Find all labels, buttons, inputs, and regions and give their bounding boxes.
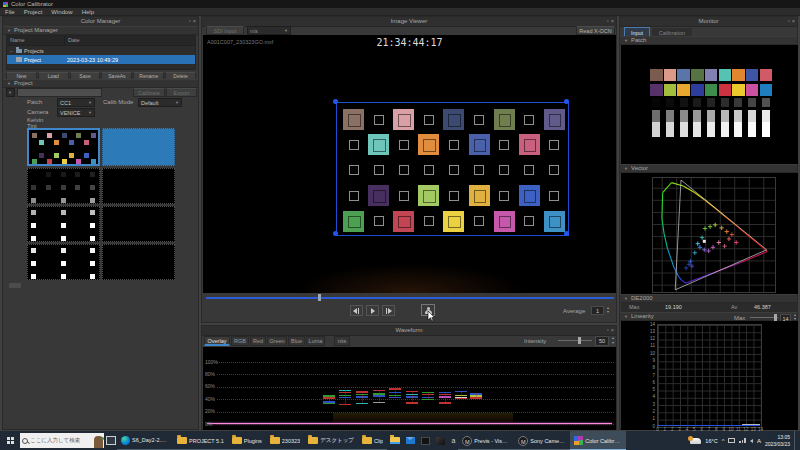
read-xocn-button[interactable]: Read X-OCN (576, 26, 615, 35)
taskbar-item--[interactable]: デスクトップ (304, 431, 358, 450)
waveform-tab-rgb[interactable]: RGB (231, 336, 249, 346)
calib-mode-dropdown[interactable]: Default▼ (138, 98, 182, 107)
collapse-icon[interactable]: ▼ (624, 164, 628, 173)
collapse-icon[interactable]: ▼ (7, 79, 11, 88)
taskbar-item-photo[interactable] (433, 431, 448, 450)
average-spinner[interactable]: ▲▼ (605, 306, 611, 315)
thumbnail-empty-r2c1[interactable] (102, 206, 175, 242)
project-name-dropdown[interactable]: ▼ (6, 88, 15, 97)
collapse-icon[interactable]: ▼ (7, 26, 11, 35)
intensity-handle[interactable] (578, 337, 581, 344)
thumbnail-cells-r1c0[interactable] (27, 168, 100, 204)
selection-handle-bl[interactable] (333, 231, 338, 236)
seek-slider[interactable] (206, 294, 614, 302)
waveform-tab-blue[interactable]: Blue (288, 336, 305, 346)
step-forward-button[interactable] (382, 305, 395, 316)
taskbar-item-mail[interactable] (403, 431, 418, 450)
patch-dropdown[interactable]: CC1▼ (57, 98, 95, 107)
play-button[interactable] (366, 305, 379, 316)
tree-column-date[interactable]: Date (65, 36, 195, 45)
taskbar-item-s6-day2-2-pdf-[interactable]: S6_Day2-2.pdf とほ... (117, 431, 173, 450)
thumbnail-filled-r0c1[interactable] (102, 128, 175, 166)
taskbar-item-sony-camera-contr-[interactable]: MSony Camera Contr... (514, 431, 570, 450)
collapse-icon[interactable]: ▼ (624, 294, 628, 303)
waveform-tab-luma[interactable]: Luma (306, 336, 325, 346)
taskbar-item-color-calibrator[interactable]: Color Calibrator (570, 431, 626, 450)
spinner-down-icon[interactable]: ▼ (605, 311, 611, 315)
tree-row-projects[interactable]: − Projects (7, 46, 195, 55)
average-value[interactable]: 1 (591, 306, 604, 315)
float-panel-icon[interactable]: ▫ (189, 19, 191, 25)
weather-temp[interactable]: 16°C (705, 438, 717, 444)
taskbar-item-glyph[interactable]: a (448, 431, 458, 450)
linearity-section-header[interactable]: ▼ Linearity Max 14 ▲▼ (620, 312, 797, 321)
intensity-slider[interactable] (558, 337, 592, 345)
project-manager-section-header[interactable]: ▼Project Manager (3, 26, 198, 35)
collapse-icon[interactable]: ▼ (624, 36, 628, 45)
thumbnail-cells-r3c0[interactable] (27, 244, 100, 280)
close-panel-icon[interactable]: × (611, 328, 614, 334)
taskbar-item-previs-visual-editor[interactable]: MPrevis - Visual Editor (458, 431, 514, 450)
taskbar-search-box[interactable]: ここに入力して検索 (20, 433, 104, 448)
taskbar-item-clip[interactable]: Clip (358, 431, 387, 450)
tree-row-project[interactable]: Project 2023-03-23 10:49:29 (7, 55, 195, 64)
menu-file[interactable]: File (5, 8, 15, 15)
taskbar-item-project-5-1[interactable]: PROJECT 5.1 (173, 431, 228, 450)
selection-handle-br[interactable] (564, 231, 569, 236)
show-desktop-button[interactable] (794, 431, 798, 450)
close-panel-icon[interactable]: × (193, 19, 196, 25)
float-panel-icon[interactable]: ▫ (607, 328, 609, 334)
network-tray-icon[interactable] (739, 438, 746, 443)
waveform-tab-nits[interactable]: nits (334, 336, 350, 346)
thumbnail-empty-r3c1[interactable] (102, 244, 175, 280)
spinner-down-icon[interactable]: ▼ (610, 342, 616, 346)
intensity-spinner[interactable]: ▲▼ (610, 336, 616, 346)
start-button[interactable] (0, 431, 20, 450)
waveform-tab-overlay[interactable]: Overlay (204, 336, 230, 346)
calibrate-button[interactable]: Calibrate (133, 88, 165, 97)
patch-section-header[interactable]: ▼Patch (620, 36, 797, 45)
project-name-input[interactable] (17, 88, 102, 97)
taskbar-clock[interactable]: 13:05 2023/03/23 (765, 434, 790, 447)
intensity-track[interactable] (558, 340, 592, 341)
seek-handle[interactable] (318, 294, 321, 301)
volume-tray-icon[interactable] (750, 439, 753, 443)
tree-column-name[interactable]: Name (7, 36, 65, 45)
taskbar-item-window[interactable] (418, 431, 433, 450)
export-button[interactable]: Export (166, 88, 197, 97)
camera-dropdown[interactable]: VENICE▼ (57, 108, 95, 117)
linearity-max-handle[interactable] (774, 314, 777, 321)
display-tray-icon[interactable] (728, 438, 735, 443)
monitor-panel-header[interactable]: Monitor▫× (620, 17, 797, 27)
selection-handle-tl[interactable] (333, 99, 338, 104)
seek-track[interactable] (206, 297, 614, 299)
tree-collapse-icon[interactable]: − (10, 48, 14, 54)
vector-section-header[interactable]: ▼Vector (620, 164, 797, 173)
float-panel-icon[interactable]: ▫ (607, 19, 609, 25)
selection-handle-tr[interactable] (564, 99, 569, 104)
intensity-value[interactable]: 50 (595, 336, 609, 346)
menu-project[interactable]: Project (24, 8, 43, 15)
collapse-icon[interactable]: ▼ (624, 312, 628, 321)
menu-help[interactable]: Help (82, 8, 94, 15)
thumbnail-chart-r0c0[interactable] (27, 128, 100, 166)
thumbnail-cells-r2c0[interactable] (27, 206, 100, 242)
spinner-up-icon[interactable]: ▲ (610, 337, 616, 341)
project-section-header[interactable]: ▼Project (3, 79, 198, 88)
ime-indicator[interactable]: A (757, 438, 761, 444)
waveform-tab-green[interactable]: Green (267, 336, 287, 346)
waveform-tab-red[interactable]: Red (250, 336, 266, 346)
tray-overflow-chevron-icon[interactable]: ^ (722, 438, 725, 444)
de2000-section-header[interactable]: ▼DE2000 (620, 294, 797, 303)
taskbar-item-230323[interactable]: 230323 (266, 431, 304, 450)
sdi-source-dropdown[interactable]: n/a▼ (247, 26, 291, 35)
close-panel-icon[interactable]: × (792, 19, 795, 25)
weather-icon[interactable] (690, 438, 701, 444)
taskbar-item-explorer[interactable] (387, 431, 403, 450)
task-view-button[interactable] (104, 431, 117, 450)
taskbar-item-plugins[interactable]: Plugins (228, 431, 266, 450)
close-panel-icon[interactable]: × (611, 19, 614, 25)
step-back-button[interactable] (350, 305, 363, 316)
menu-window[interactable]: Window (51, 8, 72, 15)
sdi-input-button[interactable]: SDI Input (206, 26, 244, 35)
